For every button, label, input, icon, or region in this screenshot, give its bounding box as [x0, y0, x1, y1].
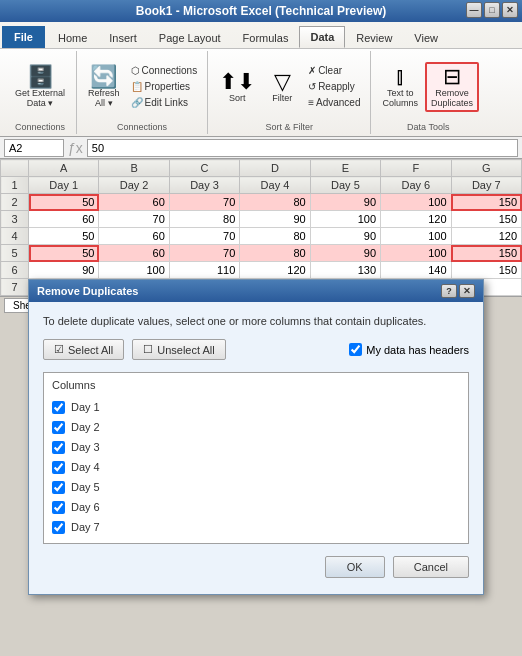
ribbon-content: 🗄️ Get ExternalData ▾ Connections 🔄 Refr… — [0, 48, 522, 136]
row-num-6: 6 — [1, 262, 29, 279]
cell-f1[interactable]: Day 6 — [381, 177, 451, 194]
cell-g5[interactable]: 150 — [451, 245, 521, 262]
cell-e2[interactable]: 90 — [310, 194, 380, 211]
select-all-button[interactable]: ☑ Select All — [43, 339, 124, 360]
cell-g4[interactable]: 120 — [451, 228, 521, 245]
cell-b3[interactable]: 70 — [99, 211, 169, 228]
cell-d1[interactable]: Day 4 — [240, 177, 310, 194]
cell-d3[interactable]: 90 — [240, 211, 310, 228]
reapply-button[interactable]: ↺ Reapply — [304, 79, 364, 94]
ok-button[interactable]: OK — [325, 556, 385, 578]
cell-g2[interactable]: 150 — [451, 194, 521, 211]
cell-c2[interactable]: 70 — [169, 194, 239, 211]
tab-file[interactable]: File — [2, 26, 45, 48]
cell-a5[interactable]: 50 — [29, 245, 99, 262]
col-day2-checkbox[interactable] — [52, 421, 65, 434]
cell-e5[interactable]: 90 — [310, 245, 380, 262]
get-external-label: Get ExternalData ▾ — [15, 88, 65, 108]
col-day1-checkbox[interactable] — [52, 401, 65, 414]
unselect-all-label: Unselect All — [157, 344, 214, 356]
col-g[interactable]: G — [451, 160, 521, 177]
cell-b6[interactable]: 100 — [99, 262, 169, 279]
cell-c1[interactable]: Day 3 — [169, 177, 239, 194]
sort-button[interactable]: ⬆⬇ Sort — [214, 68, 260, 106]
tab-formulas[interactable]: Formulas — [232, 26, 300, 48]
cell-b4[interactable]: 60 — [99, 228, 169, 245]
col-day6-checkbox[interactable] — [52, 501, 65, 514]
remove-duplicates-button[interactable]: ⊟ RemoveDuplicates — [425, 62, 479, 112]
cell-c6[interactable]: 110 — [169, 262, 239, 279]
cell-b2[interactable]: 60 — [99, 194, 169, 211]
get-external-data-button[interactable]: 🗄️ Get ExternalData ▾ — [10, 63, 70, 111]
col-day5-checkbox[interactable] — [52, 481, 65, 494]
col-item-day1: Day 1 — [52, 397, 460, 417]
cell-a4[interactable]: 50 — [29, 228, 99, 245]
ribbon: File Home Insert Page Layout Formulas Da… — [0, 22, 522, 137]
maximize-button[interactable]: □ — [484, 2, 500, 18]
name-box[interactable]: A2 — [4, 139, 64, 157]
minimize-button[interactable]: — — [466, 2, 482, 18]
tab-home[interactable]: Home — [47, 26, 98, 48]
cell-c5[interactable]: 70 — [169, 245, 239, 262]
tab-page-layout[interactable]: Page Layout — [148, 26, 232, 48]
col-e[interactable]: E — [310, 160, 380, 177]
tab-review[interactable]: Review — [345, 26, 403, 48]
cell-b5[interactable]: 60 — [99, 245, 169, 262]
cell-f6[interactable]: 140 — [381, 262, 451, 279]
advanced-button[interactable]: ≡ Advanced — [304, 95, 364, 110]
my-data-headers-checkbox[interactable] — [349, 343, 362, 356]
cell-g1[interactable]: Day 7 — [451, 177, 521, 194]
cell-a1[interactable]: Day 1 — [29, 177, 99, 194]
properties-button[interactable]: 📋 Properties — [127, 79, 202, 94]
cell-f5[interactable]: 100 — [381, 245, 451, 262]
cell-a3[interactable]: 60 — [29, 211, 99, 228]
cell-c4[interactable]: 70 — [169, 228, 239, 245]
cancel-button[interactable]: Cancel — [393, 556, 469, 578]
cell-e1[interactable]: Day 5 — [310, 177, 380, 194]
edit-links-button[interactable]: 🔗 Edit Links — [127, 95, 202, 110]
text-to-columns-button[interactable]: ⫿ Text toColumns — [377, 63, 423, 111]
cell-e4[interactable]: 90 — [310, 228, 380, 245]
remove-dup-icon: ⊟ — [443, 66, 461, 88]
cell-d6[interactable]: 120 — [240, 262, 310, 279]
cell-c3[interactable]: 80 — [169, 211, 239, 228]
formula-input[interactable] — [87, 139, 518, 157]
col-a[interactable]: A — [29, 160, 99, 177]
col-c[interactable]: C — [169, 160, 239, 177]
cell-d2[interactable]: 80 — [240, 194, 310, 211]
cell-e6[interactable]: 130 — [310, 262, 380, 279]
refresh-all-button[interactable]: 🔄 RefreshAll ▾ — [83, 63, 125, 111]
dialog-close-button[interactable]: ✕ — [459, 284, 475, 298]
unselect-all-button[interactable]: ☐ Unselect All — [132, 339, 225, 360]
col-day3-checkbox[interactable] — [52, 441, 65, 454]
dialog-help-button[interactable]: ? — [441, 284, 457, 298]
clear-button[interactable]: ✗ Clear — [304, 63, 364, 78]
cell-a2[interactable]: 50 — [29, 194, 99, 211]
cell-g3[interactable]: 150 — [451, 211, 521, 228]
dialog-actions: ☑ Select All ☐ Unselect All My data has … — [43, 339, 469, 360]
corner-cell — [1, 160, 29, 177]
col-day4-checkbox[interactable] — [52, 461, 65, 474]
ribbon-group-sort-filter: ⬆⬇ Sort ▽ Filter ✗ Clear ↺ Reapply ≡ Adv… — [208, 51, 371, 134]
tab-data[interactable]: Data — [299, 26, 345, 48]
tab-view[interactable]: View — [403, 26, 449, 48]
cell-e3[interactable]: 100 — [310, 211, 380, 228]
cell-f4[interactable]: 100 — [381, 228, 451, 245]
col-b[interactable]: B — [99, 160, 169, 177]
close-button[interactable]: ✕ — [502, 2, 518, 18]
cell-a6[interactable]: 90 — [29, 262, 99, 279]
col-f[interactable]: F — [381, 160, 451, 177]
cell-d5[interactable]: 80 — [240, 245, 310, 262]
cell-d4[interactable]: 80 — [240, 228, 310, 245]
filter-button[interactable]: ▽ Filter — [262, 68, 302, 106]
col-day7-checkbox[interactable] — [52, 521, 65, 534]
cell-f2[interactable]: 100 — [381, 194, 451, 211]
tab-insert[interactable]: Insert — [98, 26, 148, 48]
connections-icon: ⬡ — [131, 65, 140, 76]
cell-f3[interactable]: 120 — [381, 211, 451, 228]
connections-button[interactable]: ⬡ Connections — [127, 63, 202, 78]
col-d[interactable]: D — [240, 160, 310, 177]
cell-b1[interactable]: Day 2 — [99, 177, 169, 194]
cell-g6[interactable]: 150 — [451, 262, 521, 279]
filter-icon: ▽ — [274, 71, 291, 93]
